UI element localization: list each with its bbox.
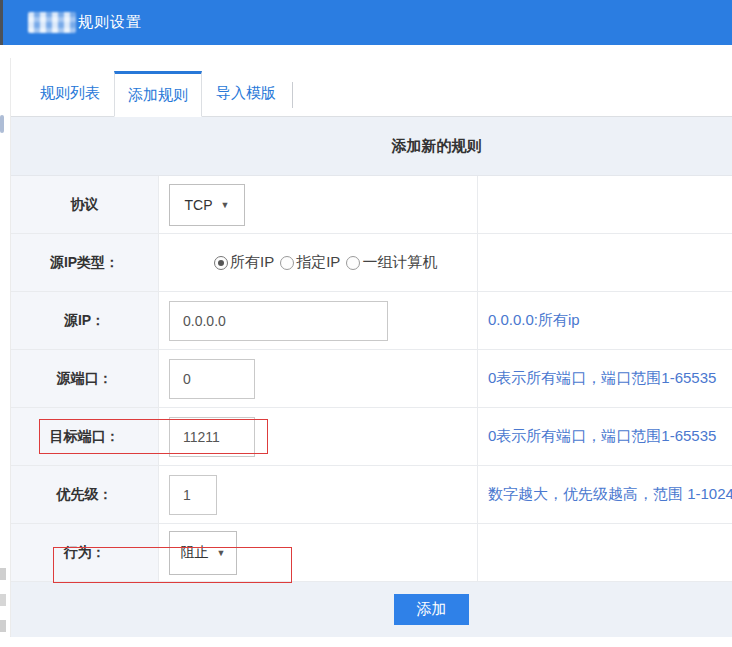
row-source-ip: 源IP： 0.0.0.0:所有ip [11,292,732,350]
priority-hint: 数字越大，优先级越高，范围 1-1024 [478,466,732,523]
rule-settings-panel: 规则列表 添加规则 导入模版 添加新的规则 协议 TCP ▼ 源IP类型： [10,58,732,637]
row-source-ip-type: 源IP类型： 所有IP 指定IP 一组计算机 [11,234,732,292]
priority-input[interactable] [169,475,217,515]
window-titlebar: 规则设置 [0,0,732,45]
radio-unchecked-icon [280,256,294,270]
radio-computer-group[interactable]: 一组计算机 [346,253,437,272]
tab-add-rule[interactable]: 添加规则 [114,71,202,117]
chevron-down-icon: ▼ [217,548,226,558]
source-port-input[interactable] [169,359,255,399]
protocol-select[interactable]: TCP ▼ [169,184,245,226]
tab-rule-list[interactable]: 规则列表 [26,70,114,116]
radio-unchecked-icon [346,256,360,270]
radio-checked-icon [214,256,228,270]
background-window-sliver [0,594,6,606]
source-ip-hint: 0.0.0.0:所有ip [478,292,732,349]
row-priority: 优先级： 数字越大，优先级越高，范围 1-1024 [11,466,732,524]
row-protocol: 协议 TCP ▼ [11,176,732,234]
row-action: 行为： 阻止 ▼ [11,524,732,582]
radio-specified-ip[interactable]: 指定IP [280,253,340,272]
row-target-port: 目标端口： 0表示所有端口，端口范围1-65535 [11,408,732,466]
chevron-down-icon: ▼ [221,200,230,210]
form-footer: 添加 [11,582,732,637]
radio-all-ip[interactable]: 所有IP [214,253,274,272]
protocol-label: 协议 [11,176,159,233]
page-title: 规则设置 [78,0,142,45]
tab-bar: 规则列表 添加规则 导入模版 [11,58,732,117]
form-title: 添加新的规则 [11,117,732,176]
target-port-input[interactable] [169,417,255,457]
tab-separator [292,82,293,108]
background-window-sliver [0,568,6,580]
target-port-hint: 0表示所有端口，端口范围1-65535 [478,408,732,465]
action-select-value: 阻止 [181,544,209,562]
priority-label: 优先级： [11,466,159,523]
protocol-select-value: TCP [185,197,213,213]
rule-settings-page: 规则设置 规则列表 添加规则 导入模版 添加新的规则 协议 TCP ▼ [0,0,732,647]
source-port-hint: 0表示所有端口，端口范围1-65535 [478,350,732,407]
action-select[interactable]: 阻止 ▼ [169,531,237,575]
source-ip-label: 源IP： [11,292,159,349]
source-ip-type-label: 源IP类型： [11,234,159,291]
add-button[interactable]: 添加 [394,594,469,625]
source-ip-input[interactable] [169,301,388,341]
background-window-sliver [0,115,4,133]
background-window-sliver [0,620,6,632]
tab-import-template[interactable]: 导入模版 [202,70,290,116]
source-ip-type-radio-group: 所有IP 指定IP 一组计算机 [214,253,443,272]
background-window-sliver [0,0,3,45]
target-port-label: 目标端口： [11,408,159,465]
source-port-label: 源端口： [11,350,159,407]
row-source-port: 源端口： 0表示所有端口，端口范围1-65535 [11,350,732,408]
redacted-text [28,12,76,33]
action-label: 行为： [11,524,159,581]
